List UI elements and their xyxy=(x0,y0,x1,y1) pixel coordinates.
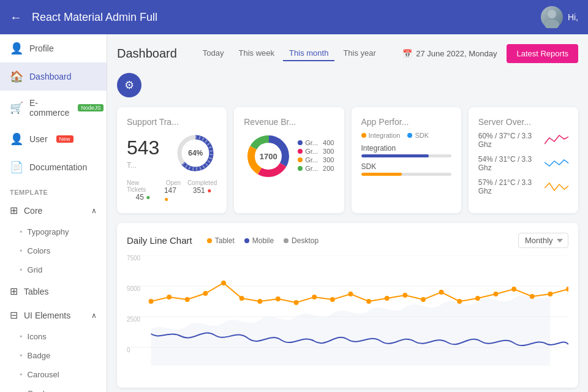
ui-elements-icon: ⊟ xyxy=(10,309,18,321)
docs-icon: 📄 xyxy=(10,160,23,174)
user-area: Hi, xyxy=(541,6,578,28)
cards-row: Support Tra... 543 T... 64% xyxy=(117,107,578,213)
svg-point-33 xyxy=(439,290,444,295)
sidebar-item-profile[interactable]: 👤 Profile xyxy=(0,34,107,62)
sidebar-label-ecommerce: E-commerce xyxy=(29,98,69,118)
nodejs-badge: NodeJS xyxy=(78,104,104,111)
revenue-center-value: 1700 xyxy=(260,152,277,161)
perf-legend: Integration SDK xyxy=(361,132,451,139)
sidebar-sub-carousel[interactable]: Carousel xyxy=(0,365,107,384)
main-content: Dashboard Today This week This month Thi… xyxy=(107,34,588,392)
sidebar-sub-colors[interactable]: Colors xyxy=(0,241,107,260)
perf-title: App Perfor... xyxy=(361,117,451,127)
svg-point-38 xyxy=(530,294,535,299)
svg-text:0: 0 xyxy=(127,347,130,353)
grid-label: Grid xyxy=(28,265,43,274)
mobile-dot xyxy=(244,238,249,243)
svg-point-31 xyxy=(402,293,407,298)
sidebar-item-tables[interactable]: ⊞ Tables xyxy=(0,279,107,303)
completed-value: 351 ● xyxy=(193,186,212,195)
svg-point-18 xyxy=(167,295,172,300)
support-sub: T... xyxy=(127,161,137,170)
svg-point-25 xyxy=(294,300,299,305)
svg-point-26 xyxy=(312,295,317,300)
server-overview-card: Server Over... 60% / 37°C / 3.3 Ghz 54% … xyxy=(469,107,578,213)
app-performance-card: App Perfor... Integration SDK Integratio… xyxy=(352,107,461,213)
sidebar-sub-cards[interactable]: Cards xyxy=(0,384,107,392)
sidebar-label-dashboard: Dashboard xyxy=(29,72,72,81)
perf-legend-sdk: SDK xyxy=(407,132,429,139)
ui-elements-chevron-icon: ∧ xyxy=(91,311,97,320)
sidebar-sub-badge[interactable]: Badge xyxy=(0,346,107,365)
legend-label-2: Gr... xyxy=(305,156,318,164)
svg-point-0 xyxy=(548,10,556,18)
legend-desktop: Desktop xyxy=(284,236,318,245)
layout: 👤 Profile 🏠 Dashboard 🛒 E-commerce NodeJ… xyxy=(0,0,588,392)
integration-bar-fill xyxy=(361,154,429,157)
server-sparkline-0 xyxy=(545,133,568,148)
legend-dot-0 xyxy=(298,140,303,145)
integration-bar-row: Integration xyxy=(361,144,451,157)
tab-this-month[interactable]: This month xyxy=(283,46,334,61)
svg-point-36 xyxy=(494,292,499,296)
support-main: 543 T... 64% xyxy=(127,132,217,175)
server-row-0: 60% / 37°C / 3.3 Ghz xyxy=(478,132,568,149)
server-sparkline-2 xyxy=(545,179,568,194)
legend-label-1: Gr... xyxy=(305,148,318,155)
sidebar-sub-typography[interactable]: Typography xyxy=(0,222,107,241)
sdk-bar xyxy=(361,173,451,176)
legend-item-1: Gr... 300 xyxy=(298,148,334,155)
back-icon[interactable]: ← xyxy=(10,10,22,24)
sidebar-sub-grid[interactable]: Grid xyxy=(0,260,107,279)
svg-point-28 xyxy=(348,292,353,296)
latest-reports-button[interactable]: Latest Reports xyxy=(507,44,578,63)
tab-this-week[interactable]: This week xyxy=(233,46,281,61)
sdk-bar-label: SDK xyxy=(361,162,451,171)
revenue-title: Revenue Br... xyxy=(244,117,334,127)
legend-label-3: Gr... xyxy=(305,165,318,172)
donut-label: 64% xyxy=(188,149,203,157)
chart-area: 7500 5000 2500 0 xyxy=(127,255,568,378)
svg-point-37 xyxy=(511,287,516,292)
typography-label: Typography xyxy=(28,227,69,236)
revenue-card: Revenue Br... 1700 xyxy=(234,107,344,213)
chart-svg: 7500 5000 2500 0 xyxy=(127,255,568,378)
settings-fab[interactable]: ⚙ xyxy=(117,73,141,97)
sidebar-item-ecommerce[interactable]: 🛒 E-commerce NodeJS xyxy=(0,91,107,125)
time-tabs: Today This week This month This year xyxy=(197,46,382,61)
legend-item-3: Gr... 200 xyxy=(298,165,334,172)
sidebar-item-user[interactable]: 👤 User New xyxy=(0,125,107,153)
legend-label-0: Gr... xyxy=(305,139,318,146)
sidebar-sub-icons[interactable]: Icons xyxy=(0,327,107,346)
svg-point-39 xyxy=(548,292,552,296)
svg-point-24 xyxy=(276,296,281,301)
tab-this-year[interactable]: This year xyxy=(337,46,382,61)
sidebar-item-dashboard[interactable]: 🏠 Dashboard xyxy=(0,62,107,91)
server-text-2: 57% / 21°C / 3.3 Ghz xyxy=(478,178,545,195)
integration-legend-label: Integration xyxy=(369,132,401,139)
monthly-select[interactable]: Monthly Weekly Daily xyxy=(518,233,568,248)
template-section-label: TEMPLATE xyxy=(0,181,107,198)
stat-new-tickets: New Tickets 45 ● xyxy=(127,179,159,203)
sidebar-group-core[interactable]: ⊞ Core ∧ xyxy=(0,198,107,222)
cards-label: Cards xyxy=(28,389,49,392)
avatar xyxy=(541,6,563,28)
svg-point-20 xyxy=(203,291,208,296)
support-number: 543 xyxy=(127,137,159,159)
stat-open: Open 147 ● xyxy=(164,179,183,203)
integration-bar-label: Integration xyxy=(361,144,451,153)
server-sparkline-1 xyxy=(545,156,568,171)
svg-point-34 xyxy=(457,299,462,304)
tab-today[interactable]: Today xyxy=(197,46,230,61)
svg-text:7500: 7500 xyxy=(127,255,140,262)
sidebar-label-profile: Profile xyxy=(29,43,54,53)
sdk-legend-dot xyxy=(407,133,412,138)
tables-grid-icon: ⊞ xyxy=(10,285,18,297)
sidebar-item-documentation[interactable]: 📄 Documentation xyxy=(0,153,107,181)
sidebar: 👤 Profile 🏠 Dashboard 🛒 E-commerce NodeJ… xyxy=(0,34,107,392)
stat-completed: Completed 351 ● xyxy=(187,179,217,203)
sidebar-group-ui-elements[interactable]: ⊟ UI Elements ∧ xyxy=(0,303,107,327)
integration-legend-dot xyxy=(361,133,366,138)
svg-point-23 xyxy=(257,299,262,304)
legend-tablet: Tablet xyxy=(207,236,235,245)
